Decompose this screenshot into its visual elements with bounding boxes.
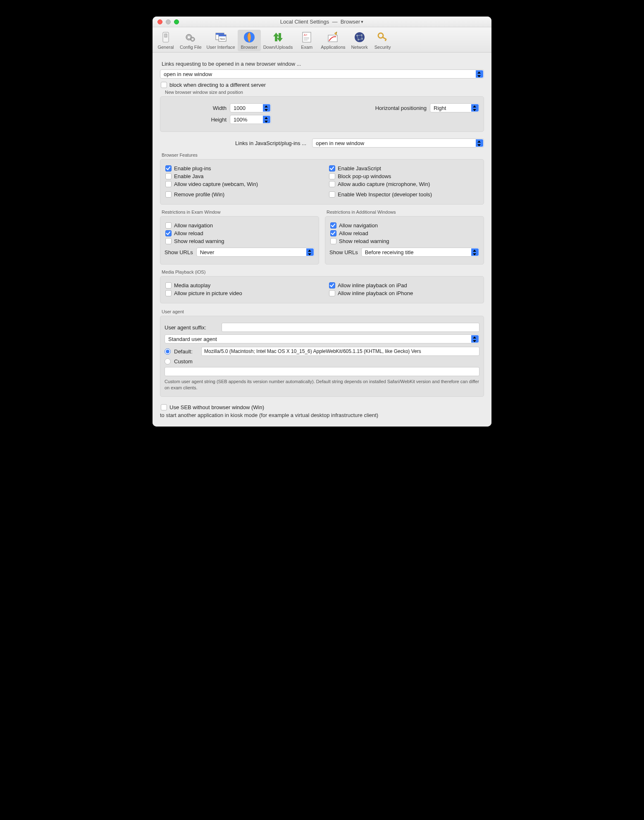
exam-showurls-label: Show URLs xyxy=(165,249,193,255)
ua-custom-radio[interactable] xyxy=(165,358,171,365)
tab-network[interactable]: Network xyxy=(348,30,371,51)
kiosk-help: to start another application in kiosk mo… xyxy=(160,412,484,418)
tab-exam[interactable]: A+ Exam xyxy=(295,30,318,51)
media-autoplay-checkbox[interactable] xyxy=(165,282,172,288)
svg-point-7 xyxy=(192,38,193,40)
svg-marker-15 xyxy=(277,33,283,42)
exam-allow-nav-checkbox[interactable] xyxy=(165,222,172,229)
svg-rect-11 xyxy=(219,35,226,36)
ua-group-label: User agent xyxy=(162,309,484,314)
tab-security[interactable]: Security xyxy=(371,30,394,51)
ua-suffix-label: User agent suffix: xyxy=(165,324,218,331)
restrict-exam-label: Restrictions in Exam Window xyxy=(162,210,319,215)
hpos-label: Horizontal positioning xyxy=(328,105,427,111)
add-showurls-select[interactable]: Before receiving title xyxy=(361,248,479,257)
pip-checkbox[interactable] xyxy=(165,290,172,296)
links-js-select[interactable]: open in new window xyxy=(312,138,484,148)
media-group: Media autoplay Allow picture in picture … xyxy=(160,276,484,303)
links-heading: Links requesting to be opened in a new b… xyxy=(162,61,484,67)
hpos-select[interactable]: Right xyxy=(430,103,479,112)
width-label: Width xyxy=(165,105,227,111)
svg-rect-9 xyxy=(216,33,224,35)
switch-icon xyxy=(159,31,172,44)
tab-general[interactable]: General xyxy=(154,30,177,51)
block-diff-server-checkbox[interactable] xyxy=(161,82,167,88)
gears-icon xyxy=(184,31,197,44)
toolbar: General Config File New User Interface B… xyxy=(153,27,491,52)
ua-custom-input[interactable] xyxy=(165,367,479,376)
ua-default-radio[interactable] xyxy=(165,348,171,355)
restrict-exam-group: Allow navigation Allow reload Show reloa… xyxy=(160,216,319,265)
network-icon xyxy=(353,31,366,44)
tab-applications[interactable]: Applications xyxy=(318,30,348,51)
restrict-add-group: Allow navigation Allow reload Show reloa… xyxy=(325,216,484,265)
settings-window: Local Client Settings — Browser▼ General… xyxy=(153,17,491,427)
window-icon: New xyxy=(214,31,227,44)
add-allow-reload-checkbox[interactable] xyxy=(330,230,336,236)
links-js-label: Links in JavaScript/plug-ins ... xyxy=(160,140,309,146)
ua-group: User agent suffix: Standard user agent D… xyxy=(160,316,484,397)
enable-inspector-checkbox[interactable] xyxy=(329,191,335,198)
allow-video-checkbox[interactable] xyxy=(165,181,172,187)
features-group: Enable plug-ins Enable Java Allow video … xyxy=(160,159,484,205)
enable-plugins-checkbox[interactable] xyxy=(165,165,172,172)
ua-suffix-input[interactable] xyxy=(222,323,479,332)
inline-iphone-checkbox[interactable] xyxy=(329,290,335,296)
window-title[interactable]: Local Client Settings — Browser▼ xyxy=(153,19,491,25)
ua-default-label: Default: xyxy=(174,348,198,355)
svg-point-22 xyxy=(355,32,365,42)
newwin-group-label: New browser window size and position xyxy=(165,90,484,95)
height-label: Height xyxy=(165,117,227,123)
height-combo[interactable]: 100% xyxy=(230,115,271,124)
svg-rect-3 xyxy=(165,34,167,37)
exam-showurls-select[interactable]: Never xyxy=(196,248,315,257)
kiosk-checkbox[interactable] xyxy=(161,404,167,410)
tab-user-interface[interactable]: New User Interface xyxy=(204,30,238,51)
tab-config-file[interactable]: Config File xyxy=(177,30,204,51)
add-allow-nav-checkbox[interactable] xyxy=(330,222,336,229)
svg-point-5 xyxy=(188,36,190,38)
allow-audio-checkbox[interactable] xyxy=(329,181,335,187)
tab-browser[interactable]: Browser xyxy=(238,30,261,51)
newwin-group: Width 1000 Height 100% xyxy=(160,96,484,132)
svg-text:New: New xyxy=(220,38,225,40)
titlebar: Local Client Settings — Browser▼ xyxy=(153,17,491,27)
block-popup-checkbox[interactable] xyxy=(329,173,335,179)
inline-ipad-checkbox[interactable] xyxy=(329,282,335,288)
svg-marker-14 xyxy=(273,33,279,41)
exam-icon: A+ xyxy=(300,31,313,44)
enable-js-checkbox[interactable] xyxy=(329,165,335,172)
svg-text:A+: A+ xyxy=(304,33,308,36)
exam-allow-reload-checkbox[interactable] xyxy=(165,230,172,236)
kiosk-label: Use SEB without browser window (Win) xyxy=(169,404,264,410)
links-open-mode-select[interactable]: open in new window xyxy=(160,69,484,79)
width-combo[interactable]: 1000 xyxy=(230,103,271,112)
apps-icon xyxy=(327,31,340,44)
enable-java-checkbox[interactable] xyxy=(165,173,172,179)
globe-icon xyxy=(243,31,256,44)
ua-help-text: Custom user agent string (SEB appends it… xyxy=(165,379,479,391)
exam-reload-warn-checkbox[interactable] xyxy=(165,238,172,244)
restrict-add-label: Restrictions in Additional Windows xyxy=(327,210,484,215)
features-group-label: Browser Features xyxy=(162,153,484,157)
add-showurls-label: Show URLs xyxy=(329,249,358,255)
ua-custom-label: Custom xyxy=(174,358,193,365)
key-icon xyxy=(376,31,389,44)
remove-profile-checkbox[interactable] xyxy=(165,191,172,198)
block-diff-server-label: block when directing to a different serv… xyxy=(169,82,266,88)
media-group-label: Media Playback (iOS) xyxy=(162,269,484,274)
add-reload-warn-checkbox[interactable] xyxy=(330,238,336,244)
ua-mode-select[interactable]: Standard user agent xyxy=(165,334,479,343)
arrows-icon xyxy=(271,31,284,44)
ua-default-value[interactable]: Mozilla/5.0 (Macintosh; Intel Mac OS X 1… xyxy=(201,347,479,356)
tab-down-uploads[interactable]: Down/Uploads xyxy=(261,30,296,51)
